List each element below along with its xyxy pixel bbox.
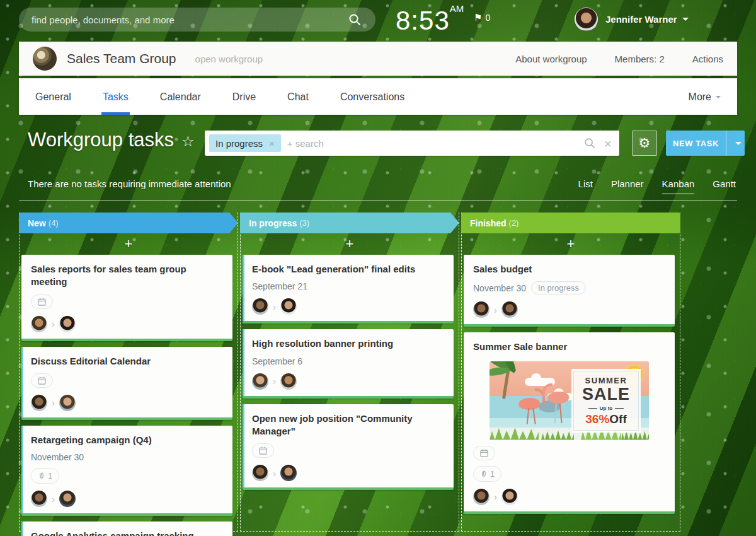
sale-text-frame: SUMMER SALE Up to 36%Off: [573, 371, 639, 431]
chevron-right-icon: ›: [494, 305, 497, 315]
deadline-badge[interactable]: [31, 373, 53, 388]
tab-tasks[interactable]: Tasks: [101, 79, 130, 115]
clock-meridiem: AM: [450, 3, 464, 14]
task-title: Retargeting campaign (Q4): [31, 434, 223, 446]
deadline-badge[interactable]: [252, 443, 274, 458]
tab-drive[interactable]: Drive: [231, 79, 257, 115]
task-due-date: September 21: [252, 281, 444, 291]
task-filter-bar[interactable]: In progress× ×: [205, 131, 619, 156]
tab-chat[interactable]: Chat: [286, 79, 310, 115]
new-task-button[interactable]: NEW TASK: [666, 131, 745, 156]
avatar[interactable]: [473, 301, 490, 318]
clear-filter-icon[interactable]: ×: [604, 137, 612, 150]
avatar[interactable]: [501, 489, 518, 505]
column-count: (4): [49, 218, 59, 228]
column-cards: E-book "Lead generation" final edits Sep…: [241, 255, 459, 490]
task-title: Discuss Editorial Calendar: [31, 355, 223, 368]
search-icon[interactable]: [584, 137, 595, 149]
filter-search-input[interactable]: [281, 138, 584, 149]
user-menu[interactable]: Jennifer Warner: [575, 8, 689, 31]
add-task-button[interactable]: +: [241, 233, 459, 255]
settings-button[interactable]: ⚙: [632, 131, 657, 156]
about-workgroup-link[interactable]: About workgroup: [515, 54, 587, 64]
gear-icon: ⚙: [639, 136, 651, 151]
notifications-flag[interactable]: ⚑0: [474, 12, 490, 23]
column-header-finished[interactable]: Finished (2): [461, 213, 680, 233]
tab-calendar[interactable]: Calendar: [159, 79, 202, 115]
task-card[interactable]: Google Analytics campaign tracking ›: [21, 521, 232, 536]
avatar[interactable]: [252, 298, 268, 315]
view-list[interactable]: List: [578, 178, 593, 194]
status-badge: In progress: [531, 281, 586, 294]
avatar[interactable]: [31, 491, 47, 507]
deadline-badge[interactable]: [473, 446, 495, 460]
attachment-count: 1: [490, 469, 495, 479]
tab-more-label: More: [689, 91, 711, 103]
members-link[interactable]: Members: 2: [615, 54, 665, 64]
add-task-button[interactable]: +: [20, 233, 238, 255]
avatar[interactable]: [31, 395, 47, 411]
avatar[interactable]: [280, 465, 297, 481]
task-card[interactable]: Summer Sale banner SUMMER: [464, 332, 675, 513]
avatar[interactable]: [501, 301, 518, 318]
filter-chip-in-progress[interactable]: In progress×: [209, 134, 281, 152]
avatar[interactable]: [473, 489, 490, 505]
task-title: E-book "Lead generation" final edits: [252, 263, 444, 276]
column-header-new[interactable]: New (4): [19, 213, 238, 233]
task-card[interactable]: E-book "Lead generation" final edits Sep…: [243, 255, 454, 323]
new-task-dropdown[interactable]: [726, 131, 745, 156]
avatar[interactable]: [59, 316, 76, 332]
task-people: ›: [252, 298, 444, 315]
avatar[interactable]: [59, 395, 76, 411]
filter-bar-icons: ×: [584, 137, 612, 150]
avatar[interactable]: [280, 373, 297, 390]
column-cards: Sales reports for sales team group meeti…: [20, 255, 238, 536]
add-task-button[interactable]: +: [462, 233, 680, 255]
avatar[interactable]: [252, 373, 268, 390]
workgroup-tasks-page: 8:53AM ⚑0 Jennifer Warner Sales Team Gro…: [0, 0, 756, 536]
avatar[interactable]: [280, 298, 297, 315]
task-title: Sales reports for sales team group meeti…: [31, 263, 223, 289]
no-urgent-tasks-notice: There are no tasks requiring immediate a…: [28, 178, 231, 189]
view-planner[interactable]: Planner: [611, 178, 644, 194]
view-gantt[interactable]: Gantt: [713, 178, 736, 194]
tab-conversations[interactable]: Conversations: [339, 79, 406, 115]
chevron-down-icon: [735, 142, 742, 145]
new-task-label: NEW TASK: [666, 131, 726, 156]
task-card[interactable]: Sales reports for sales team group meeti…: [21, 255, 232, 341]
task-people: ›: [252, 465, 444, 481]
favorite-star-icon[interactable]: ☆: [181, 133, 195, 149]
task-card[interactable]: Open new job position "Community Manager…: [243, 404, 454, 491]
column-name: New: [28, 218, 46, 228]
deadline-badge[interactable]: [31, 294, 53, 309]
actions-link[interactable]: Actions: [692, 54, 723, 64]
view-kanban[interactable]: Kanban: [662, 178, 695, 194]
user-avatar[interactable]: [575, 8, 598, 31]
global-search-input[interactable]: [19, 8, 375, 32]
chevron-right-icon: ›: [494, 491, 497, 502]
group-header-links: About workgroup Members: 2 Actions: [515, 54, 723, 64]
tab-general[interactable]: General: [34, 79, 72, 115]
flag-icon: ⚑: [474, 12, 482, 23]
avatar[interactable]: [59, 491, 76, 507]
attachment-badge[interactable]: 1: [31, 468, 59, 484]
task-card[interactable]: Discuss Editorial Calendar ›: [21, 347, 232, 420]
attachment-badge[interactable]: 1: [473, 466, 501, 482]
tab-more[interactable]: More: [689, 79, 721, 115]
avatar[interactable]: [252, 465, 268, 481]
chevron-right-icon: ›: [273, 301, 276, 312]
task-card[interactable]: Sales budget November 30In progress ›: [464, 255, 675, 327]
chip-close-icon[interactable]: ×: [269, 138, 275, 149]
attachment-count: 1: [48, 471, 52, 481]
search-icon[interactable]: [348, 13, 361, 26]
group-title[interactable]: Sales Team Group: [67, 51, 176, 66]
task-card[interactable]: Retargeting campaign (Q4) November 30 1 …: [21, 426, 232, 516]
column-header-in-progress[interactable]: In progress (3): [240, 213, 459, 233]
flamingo-graphic: [547, 392, 569, 404]
task-people: ›: [31, 316, 223, 332]
task-title: Sales budget: [473, 263, 665, 276]
task-card[interactable]: High resolution banner printing Septembe…: [243, 329, 454, 398]
avatar[interactable]: [31, 316, 47, 332]
notification-count: 0: [485, 13, 490, 23]
group-avatar[interactable]: [33, 47, 57, 71]
